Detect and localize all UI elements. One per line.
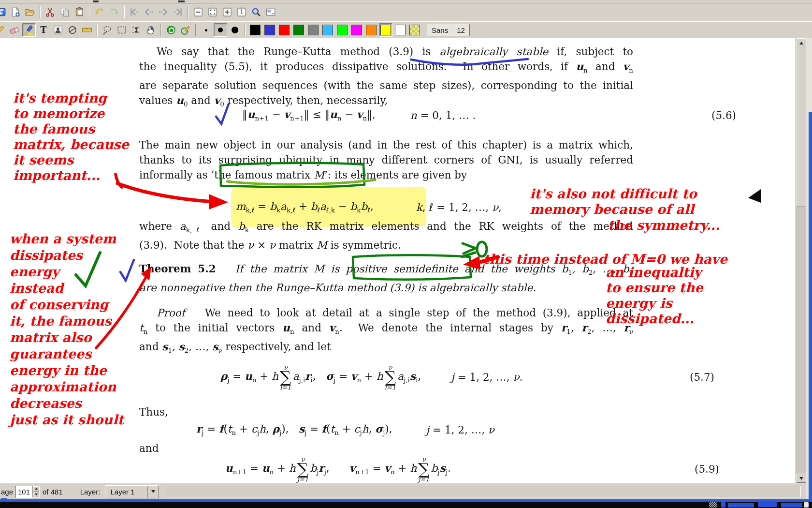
paragraph-famous-matrix: The main new object in our analysis (and… — [139, 137, 633, 182]
red-note-symmetry-b: the symmetry... — [608, 218, 720, 233]
color-swatch-lightgreen[interactable] — [335, 23, 349, 37]
window-right-border — [809, 112, 812, 499]
color-swatch-green[interactable] — [292, 23, 305, 37]
next-page-button[interactable] — [157, 5, 170, 19]
main-toolbar: 1 — [0, 3, 812, 21]
scroll-down-icon — [799, 477, 803, 480]
next-page-icon — [158, 7, 169, 17]
menu-text-fragment — [93, 0, 99, 2]
ruler-tool-button[interactable] — [80, 23, 94, 37]
layer-combobox-button[interactable] — [147, 486, 159, 498]
color-swatch-yellow[interactable] — [379, 23, 392, 37]
search-button[interactable] — [249, 5, 263, 19]
pen-tool-button[interactable] — [0, 23, 7, 37]
highlighter-icon — [24, 25, 34, 35]
toolbar-separator — [97, 24, 98, 36]
undo-button[interactable] — [93, 5, 106, 19]
zoom-fit-button[interactable] — [206, 5, 219, 19]
color-swatch-red[interactable] — [277, 23, 291, 37]
document-canvas[interactable]: We say that the Runge–Kutta method (3.9)… — [0, 38, 796, 483]
fullscreen-button[interactable] — [264, 5, 277, 19]
color-swatch-lightblue[interactable] — [321, 23, 334, 37]
red-note-inequality-body: an inequaltiyto ensure theenergy isdissi… — [606, 265, 703, 327]
color-swatch-orange[interactable] — [364, 23, 378, 37]
scrollbar-thumb[interactable] — [797, 47, 806, 207]
redo-button[interactable] — [107, 5, 121, 19]
color-swatch-black[interactable] — [248, 23, 262, 37]
text-tool-button[interactable]: T — [37, 23, 50, 37]
toolbar-separator — [40, 6, 41, 18]
lasso-select-button[interactable] — [101, 23, 114, 37]
taskbar-blue-fragment — [758, 502, 777, 507]
lasso-icon — [102, 25, 113, 35]
toolbar-separator — [188, 6, 188, 18]
open-button[interactable] — [23, 5, 37, 19]
eraser-tool-button[interactable] — [8, 23, 21, 37]
statusbar-message-area — [167, 486, 801, 497]
equation-5-9-formula: un+1 = un + hν∑j=1bjrj, vn+1 = vn + hν∑j… — [225, 456, 451, 482]
hand-tool-button[interactable] — [144, 23, 158, 37]
scroll-up-button[interactable] — [797, 38, 806, 47]
color-swatch-magenta[interactable] — [350, 23, 363, 37]
default-tool-button[interactable] — [164, 23, 178, 37]
image-tool-button[interactable] — [51, 23, 65, 37]
zoom-100-button[interactable]: 1 — [235, 5, 248, 19]
spinner-up-button[interactable] — [33, 486, 39, 492]
green-geq-bar — [462, 253, 475, 257]
word-thus: Thus, — [139, 406, 168, 418]
thickness-medium-button[interactable] — [214, 23, 227, 37]
last-page-button[interactable] — [171, 5, 185, 19]
scroll-down-button[interactable] — [797, 474, 806, 483]
redo-icon — [109, 7, 119, 17]
layer-combobox-value: Layer 1 — [105, 488, 147, 496]
spinner-arrows[interactable] — [32, 486, 39, 497]
svg-text:1: 1 — [240, 9, 244, 15]
zoom-in-button[interactable] — [220, 5, 234, 19]
font-size-label: 12 — [457, 26, 465, 34]
zoom-100-icon: 1 — [236, 7, 247, 17]
paste-button[interactable] — [72, 5, 86, 19]
equation-5-6-formula: ‖un+1 − vn+1‖ ≤ ‖un − vn‖, — [242, 108, 376, 122]
vertical-space-button[interactable] — [130, 23, 143, 37]
color-swatch-custom[interactable] — [408, 23, 421, 37]
color-swatch-gray[interactable] — [306, 23, 320, 37]
new-page-button[interactable] — [9, 5, 22, 19]
font-button[interactable]: Sans 12 — [427, 24, 470, 36]
equation-5-7-number: (5.7) — [690, 371, 714, 383]
rect-select-icon — [116, 25, 127, 35]
zoom-out-button[interactable] — [191, 5, 205, 19]
previous-page-icon — [144, 7, 154, 17]
page-total-label: of 481 — [43, 488, 63, 496]
equation-5-8-condition: j = 1, 2, …, ν — [426, 424, 494, 436]
yellow-swatch-icon — [380, 25, 391, 35]
gray-swatch-icon — [308, 25, 319, 35]
search-icon — [251, 7, 261, 17]
equation-5-7-condition: j = 1, 2, …, ν. — [451, 371, 522, 383]
thickness-thick-button[interactable] — [228, 23, 242, 37]
color-swatch-white[interactable] — [393, 23, 407, 37]
red-note-tempting: it's temptingto memorizethe famousmatrix… — [13, 90, 129, 183]
cut-button[interactable] — [44, 5, 57, 19]
thickness-fine-button[interactable] — [199, 23, 213, 37]
highlighter-tool-button[interactable] — [22, 23, 36, 37]
black-swatch-icon — [250, 25, 261, 35]
previous-page-button[interactable] — [142, 5, 156, 19]
save-button[interactable] — [0, 5, 8, 19]
layer-label: Layer: — [80, 488, 101, 496]
spinner-down-button[interactable] — [33, 492, 39, 497]
layer-combobox[interactable]: Layer 1 — [105, 485, 159, 498]
vertical-scrollbar[interactable] — [796, 38, 806, 483]
lightgreen-swatch-icon — [337, 25, 348, 35]
shape-recognizer-button[interactable] — [179, 23, 192, 37]
equation-5-6-condition: n = 0, 1, … . — [410, 109, 476, 121]
equation-5-8: rj = f(tn + cjh, ρj), sj = f(tn + cjh, σ… — [139, 420, 690, 439]
copy-button[interactable] — [58, 5, 72, 19]
first-page-button[interactable] — [128, 5, 141, 19]
page-number-value: 101 — [16, 486, 32, 497]
green-swatch-icon — [293, 25, 304, 35]
last-page-icon — [173, 7, 183, 17]
rect-select-button[interactable] — [115, 23, 129, 37]
shape-tool-button[interactable] — [66, 23, 79, 37]
page-number-spinner[interactable]: 101 — [15, 486, 40, 498]
color-swatch-blue[interactable] — [263, 23, 276, 37]
